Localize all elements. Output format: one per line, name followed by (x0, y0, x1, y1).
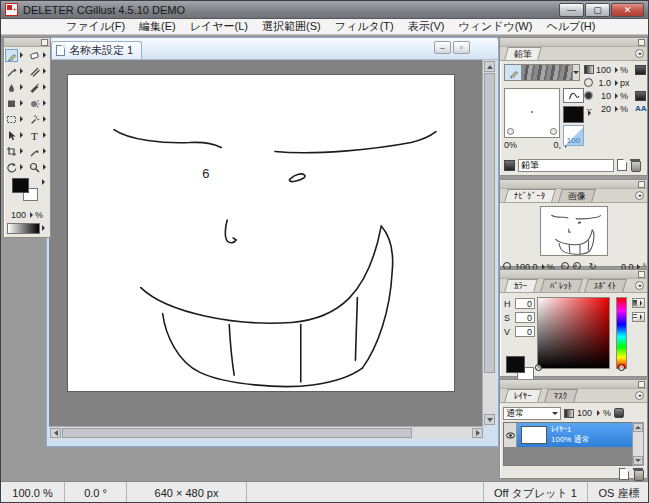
navigator-titlebar[interactable] (500, 180, 647, 189)
brush-selected-cell[interactable] (505, 65, 522, 80)
color-panel-close-box[interactable] (638, 271, 645, 278)
menu-help[interactable]: ヘルプ(H) (539, 19, 602, 34)
foreground-color-swatch[interactable] (12, 178, 29, 193)
canvas-horizontal-scrollbar[interactable] (49, 426, 484, 439)
pen-color-swatch[interactable] (563, 106, 584, 123)
pen-spread-row[interactable]: ↔ 20 % AA (584, 102, 646, 115)
new-preset-icon[interactable] (617, 159, 627, 171)
pressure-curve-editor[interactable] (504, 88, 560, 138)
palette-tab[interactable]: ﾊﾟﾚｯﾄ (540, 279, 582, 292)
vscroll-thumb[interactable] (484, 73, 495, 373)
color-display-list-button[interactable] (632, 312, 645, 322)
status-zoom[interactable]: 100.0 % (1, 482, 65, 503)
lock-icon[interactable] (614, 408, 624, 418)
tool-pencil[interactable] (4, 47, 27, 63)
preset-tile[interactable]: 100 (563, 125, 584, 146)
close-button[interactable]: ✕ (611, 3, 644, 17)
pen-panel-titlebar[interactable] (500, 38, 647, 47)
saturation-value-square[interactable] (537, 297, 610, 369)
minimize-button[interactable]: — (559, 3, 584, 17)
layer-scroll-up[interactable] (633, 423, 643, 432)
tool-rotate[interactable] (4, 159, 27, 175)
scroll-right-arrow[interactable] (472, 428, 483, 438)
dropper-tab[interactable]: ｽﾎﾟｲﾄ (584, 279, 626, 292)
layer-opacity-value[interactable]: 100 (577, 408, 592, 418)
panel-foreground-swatch[interactable] (506, 356, 525, 373)
tool-pen[interactable] (4, 63, 27, 79)
pen-opacity-row[interactable]: 100 % (584, 63, 646, 76)
navigator-menu-button[interactable] (635, 191, 644, 200)
brush-preview-row[interactable] (504, 64, 580, 81)
document-tab[interactable]: 名称未設定 1 (51, 41, 142, 59)
tool-ink[interactable] (4, 79, 27, 95)
pen-color-dropdown[interactable] (588, 110, 591, 116)
navigator-thumbnail[interactable] (540, 206, 608, 256)
menu-edit[interactable]: 編集(E) (132, 19, 183, 34)
tool-magic-wand[interactable] (27, 111, 50, 127)
canvas-drawing[interactable]: 6 (68, 75, 454, 391)
menu-window[interactable]: ウィンドウ(W) (451, 19, 539, 34)
layer-row[interactable]: ﾚｲﾔｰ1 100% 通常 (504, 423, 633, 447)
value-field[interactable]: 0 (515, 326, 535, 337)
tool-airbrush[interactable] (27, 95, 50, 111)
brush-dropdown[interactable] (572, 65, 579, 80)
tool-move[interactable] (4, 127, 27, 143)
toolbox-close-box[interactable] (41, 39, 48, 46)
scroll-left-arrow[interactable] (50, 428, 61, 438)
color-panel-titlebar[interactable] (500, 270, 647, 279)
doc-maximize-button[interactable]: ▫ (453, 41, 470, 54)
curve-left-button[interactable] (507, 128, 514, 135)
curve-shape-button[interactable] (563, 88, 584, 103)
tool-marker[interactable] (27, 79, 50, 95)
layers-tab[interactable]: ﾚｲﾔｰ (504, 389, 542, 402)
toolbox-titlebar[interactable] (4, 38, 50, 47)
pen-panel-menu-button[interactable] (635, 49, 644, 58)
layer-visibility-toggle[interactable] (504, 423, 517, 447)
antialias-icon[interactable]: AA (635, 104, 646, 114)
saturation-field[interactable]: 0 (515, 312, 535, 323)
mask-tab[interactable]: ﾏｽｸ (544, 389, 577, 402)
menu-file[interactable]: ファイル(F) (59, 19, 132, 34)
gradient-bar[interactable] (7, 223, 40, 234)
tool-eyedropper[interactable] (27, 143, 50, 159)
pen-size-row[interactable]: 1.0 px (584, 76, 646, 89)
pen-panel-close-box[interactable] (638, 39, 645, 46)
hscroll-thumb[interactable] (62, 428, 412, 438)
menu-selection[interactable]: 選択範囲(S) (255, 19, 328, 34)
titlebar[interactable]: DELETER CGillust 4.5.10 DEMO — ▢ ✕ (1, 1, 648, 19)
blend-mode-select[interactable]: 通常 (503, 407, 561, 420)
menu-filter[interactable]: フィルタ(T) (328, 19, 401, 34)
sv-marker[interactable] (535, 364, 542, 371)
layers-titlebar[interactable] (500, 380, 647, 389)
layer-list-scrollbar[interactable] (632, 422, 644, 466)
tool-fill[interactable] (4, 95, 27, 111)
layer-scroll-down[interactable] (633, 456, 643, 465)
swatch-dropdown-arrow[interactable] (42, 179, 45, 185)
curve-shape-dropdown[interactable] (588, 93, 591, 99)
delete-layer-icon[interactable] (633, 468, 643, 480)
menu-layer[interactable]: レイヤー(L) (183, 19, 255, 34)
tool-zoom[interactable] (27, 159, 50, 175)
navigator-close-box[interactable] (638, 181, 645, 188)
curve-point[interactable] (531, 111, 533, 113)
tool-crop[interactable] (4, 143, 27, 159)
hue-bar[interactable] (616, 297, 627, 369)
layers-close-box[interactable] (638, 381, 645, 388)
pen-name-field[interactable] (518, 159, 614, 172)
doc-minimize-button[interactable]: – (434, 41, 451, 54)
hue-field[interactable]: 0 (515, 298, 535, 309)
curve-right-button[interactable] (550, 128, 557, 135)
canvas-vertical-scrollbar[interactable] (482, 60, 496, 426)
layers-menu-button[interactable] (635, 391, 644, 400)
color-panel-menu-button[interactable] (635, 281, 644, 290)
pen-density-row[interactable]: 10 % (584, 89, 646, 102)
hue-marker[interactable] (618, 364, 625, 371)
scroll-down-arrow[interactable] (484, 414, 495, 425)
scroll-up-arrow[interactable] (484, 61, 495, 72)
delete-preset-icon[interactable] (630, 159, 640, 171)
color-tab[interactable]: ｶﾗｰ (504, 279, 537, 292)
navigator-tab[interactable]: ﾅﾋﾞｹﾞｰﾀ (504, 189, 555, 202)
tool-eraser[interactable] (27, 47, 50, 63)
gradient-dropdown-arrow[interactable] (42, 225, 45, 231)
status-rotation[interactable]: 0.0 ° (65, 482, 127, 503)
